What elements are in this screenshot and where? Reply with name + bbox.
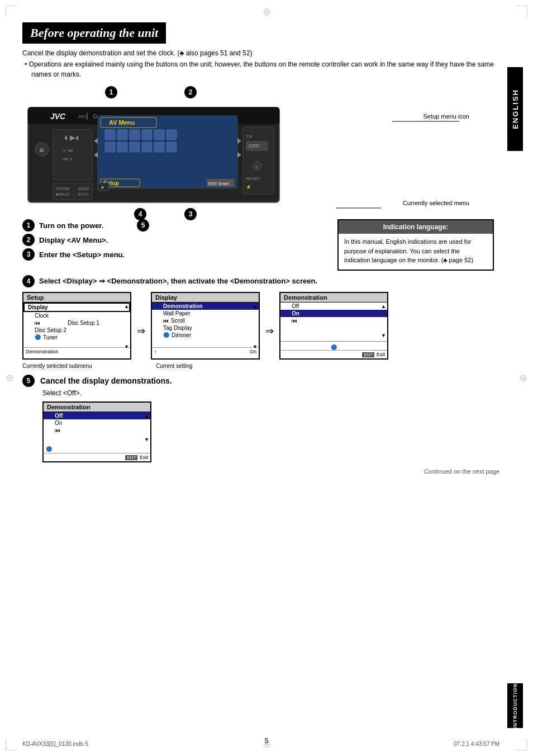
right-mid-mark: ⊕ (519, 372, 527, 384)
diagram-area: JVC SRC AV MENU ⏻ ∨ ⋙ ⋘ ∧ AV Men (22, 85, 514, 219)
svg-text:GRP: GRP (249, 143, 260, 149)
svg-text:ENT Enter: ENT Enter (208, 181, 230, 186)
step4-circle: 4 (22, 275, 35, 287)
circle-4: 4 (134, 208, 146, 220)
setup-panel-arrows: ▲ ▼ (124, 304, 129, 349)
setup-item-tuner: 🔵Tuner (23, 334, 130, 341)
setup-panel-bottom: Demonstration (23, 347, 130, 356)
steps-columns: 1 Turn on the power. 2 Display <AV Menu>… (22, 219, 499, 271)
step3-text: Enter the <Setup> menu. (39, 251, 125, 259)
svg-text:⚡: ⚡ (246, 184, 251, 190)
demonstration-panel: Demonstration Off On ⏮ ▲ ▼ 🔵 (279, 292, 388, 360)
continued-text: Continued on the next page (22, 468, 499, 475)
svg-rect-20 (130, 130, 140, 140)
display-item-wallpaper: Wall Paper (152, 310, 259, 317)
subtitle-text: Cancel the display demonstration and set… (22, 49, 499, 57)
step5-sub: Select <Off>. (42, 389, 499, 397)
demonstration-panel-header: Demonstration (280, 293, 387, 303)
svg-rect-27 (142, 142, 152, 152)
current-setting-value: On (250, 349, 256, 355)
step5-section: 5 Cancel the display demonstrations. Sel… (22, 375, 499, 462)
step4-text: Select <Display> ⇒ <Demonstration>, then… (39, 277, 317, 285)
svg-rect-38 (53, 183, 92, 200)
circle-3: 3 (184, 208, 197, 220)
step1-text: Turn on the power. (39, 221, 103, 230)
demo2-panel-arrows: ▲ ▼ (144, 413, 149, 442)
step-3: 3 Enter the <Setup> menu. (22, 248, 329, 261)
device-svg: JVC SRC AV MENU ⏻ ∨ ⋙ ⋘ ∧ AV Men (22, 96, 291, 214)
svg-text:▲: ▲ (100, 184, 105, 190)
circle-1: 1 (105, 86, 117, 98)
left-mid-mark: ⊕ (6, 372, 14, 384)
steps-right: Indication language: In this manual, Eng… (337, 219, 499, 271)
step-4: 4 Select <Display> ⇒ <Demonstration>, th… (22, 275, 499, 287)
indication-title: Indication language: (339, 220, 493, 234)
svg-text:⋘ ∧: ⋘ ∧ (63, 157, 73, 162)
setup-menu-icon-line (392, 119, 459, 130)
step2-text: Display <AV Menu>. (39, 236, 108, 244)
svg-text:SRC: SRC (78, 115, 87, 119)
corner-mark-bl (6, 739, 17, 750)
main-content: Before operating the unit Cancel the dis… (22, 22, 499, 734)
steps-left: 1 Turn on the power. 2 Display <AV Menu>… (22, 219, 329, 271)
display-panel-bottom: ↑ On (152, 347, 259, 356)
svg-text:∨ ⋙: ∨ ⋙ (63, 148, 73, 153)
panel-arrow-2: ⇒ (264, 303, 275, 360)
demo-item-off: Off (280, 303, 387, 310)
indication-box: Indication language: In this manual, Eng… (337, 219, 494, 271)
svg-text:⏻: ⏻ (39, 148, 44, 153)
svg-rect-24 (105, 142, 115, 152)
indication-body: In this manual, English indications are … (344, 237, 487, 265)
circle-5: 5 (137, 219, 149, 231)
svg-text:ENT▷: ENT▷ (78, 192, 89, 196)
submenu-label: Currently selected submenu (22, 363, 131, 369)
svg-text:BAND: BAND (78, 187, 89, 191)
current-setting-prefix: ↑ (154, 349, 157, 355)
circle-2: 2 (184, 86, 197, 98)
display-panel-inner: Demonstration Wall Paper ⏮Scroll Tag Dis… (152, 303, 259, 347)
exit-label-2: Exit (140, 455, 148, 460)
svg-rect-26 (130, 142, 140, 152)
svg-text:AV Menu: AV Menu (109, 119, 135, 126)
step-2: 2 Display <AV Menu>. (22, 234, 329, 246)
setup-demonstration-label: Demonstration (26, 349, 59, 355)
svg-text:■/BACK: ■/BACK (56, 192, 70, 196)
step5-header: 5 Cancel the display demonstrations. (22, 375, 499, 387)
display-item-demonstration: Demonstration (152, 303, 259, 310)
annotation-2: 2 (184, 86, 197, 98)
exit-label: Exit (377, 352, 385, 357)
page-title: Before operating the unit (30, 26, 158, 40)
center-top-mark: ⊕ (263, 6, 271, 18)
setup-item-clock: Clock (23, 312, 130, 319)
svg-text:PHONE: PHONE (56, 187, 70, 191)
svg-rect-4 (87, 113, 88, 120)
svg-rect-25 (117, 142, 127, 152)
svg-text:T/P: T/P (246, 134, 253, 139)
annotation-5: 5 (137, 219, 149, 231)
intro-sidebar: INTRODUCTION (507, 683, 523, 728)
step3-circle: 3 (22, 248, 35, 261)
demonstration-panel-bottom: ENT Exit (280, 350, 387, 358)
date-info: 07.2.1 4:43:57 PM (454, 741, 499, 747)
svg-rect-19 (117, 130, 127, 140)
title-banner: Before operating the unit (22, 22, 166, 44)
svg-text:RESET: RESET (246, 176, 261, 181)
setup-item-disc1: ⏮Disc Setup 1 (23, 319, 130, 327)
setup-item-disc2: Disc Setup 2 (23, 327, 130, 334)
demo2-panel-bottom: ENT Exit (44, 453, 150, 461)
corner-mark-tl (6, 6, 17, 17)
intro-label: INTRODUCTION (512, 683, 518, 729)
step5-circle: 5 (22, 375, 35, 387)
setup-item-display: Display (23, 303, 130, 312)
demo-panel-2: Demonstration Off On ⏮ ▲ ▼ 🔵 ENT Ex (42, 401, 151, 462)
svg-rect-22 (154, 130, 164, 140)
corner-mark-tr (516, 6, 527, 17)
annotation-4: 4 (134, 208, 146, 220)
setup-panel-header: Setup (23, 293, 130, 303)
demo-item-on: On (280, 310, 387, 317)
step2-circle: 2 (22, 234, 35, 246)
demonstration-panel-inner: Off On ⏮ ▲ ▼ 🔵 (280, 303, 387, 350)
ent-label: ENT (362, 352, 374, 357)
setup-panel-inner: Display Clock ⏮Disc Setup 1 Disc Setup 2… (23, 303, 130, 347)
display-item-dimmer: 🔵Dimmer (152, 332, 259, 339)
